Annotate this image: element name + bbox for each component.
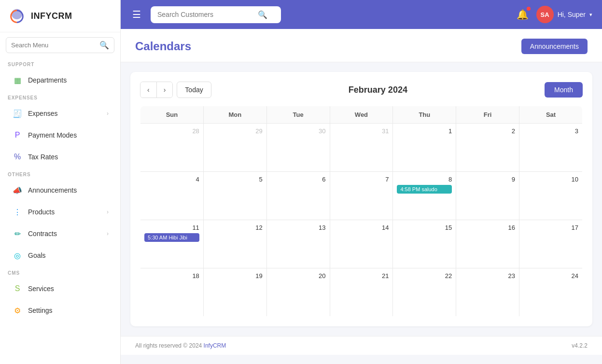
calendar-cell[interactable]: 20 xyxy=(266,268,330,317)
sidebar-item-label-products: Products xyxy=(28,208,102,216)
calendar-cell[interactable]: 15 xyxy=(393,220,456,268)
sidebar-item-tax-rates[interactable]: %Tax Rates xyxy=(4,146,116,168)
calendar-cell[interactable]: 28 xyxy=(140,124,204,172)
calendar-header-sun: Sun xyxy=(140,106,204,124)
calendar-day-number: 2 xyxy=(460,127,515,135)
calendar-cell[interactable]: 18 xyxy=(140,268,204,317)
sidebar-item-label-services: Services xyxy=(28,285,109,293)
calendar-cell[interactable]: 13 xyxy=(266,220,330,268)
sidebar-item-label-departments: Departments xyxy=(28,76,109,84)
goals-icon: ◎ xyxy=(12,250,23,261)
announcements-button[interactable]: Announcements xyxy=(521,39,588,54)
calendar-day-number: 31 xyxy=(334,127,389,135)
user-menu[interactable]: SA Hi, Super ▾ xyxy=(536,6,592,23)
sidebar-item-expenses[interactable]: 🧾Expenses› xyxy=(4,103,116,124)
sidebar-item-contracts[interactable]: ✏Contracts› xyxy=(4,223,116,244)
calendar-nav-group: ‹ › xyxy=(140,82,173,98)
calendar-day-number: 1 xyxy=(397,127,452,135)
announcements-icon: 📣 xyxy=(12,184,23,196)
calendar-day-number: 21 xyxy=(334,272,389,280)
sidebar-search-input[interactable] xyxy=(11,42,97,49)
sidebar-item-services[interactable]: SServices xyxy=(4,278,116,299)
calendar-month-button[interactable]: Month xyxy=(545,82,583,98)
calendar-cell[interactable]: 31 xyxy=(330,124,393,172)
departments-icon: ▦ xyxy=(12,74,23,86)
calendar-today-button[interactable]: Today xyxy=(177,82,211,98)
sidebar-search-container[interactable]: 🔍 xyxy=(6,37,114,53)
user-caret-icon: ▾ xyxy=(589,12,592,18)
calendar-day-number: 14 xyxy=(334,224,389,231)
calendar-day-number: 19 xyxy=(208,272,263,280)
calendar-cell[interactable]: 23 xyxy=(456,268,519,317)
app-logo-icon xyxy=(8,7,26,25)
topbar-search-container[interactable]: 🔍 xyxy=(151,6,281,23)
calendar-cell[interactable]: 84:58 PM saludo xyxy=(393,172,456,220)
calendar-day-number: 6 xyxy=(271,176,326,183)
sidebar: INFYCRM 🔍 SUPPORT▦DepartmentsEXPENSES🧾Ex… xyxy=(0,0,121,364)
calendar-cell[interactable]: 21 xyxy=(330,268,393,317)
hamburger-button[interactable]: ☰ xyxy=(130,7,143,22)
main-area: ☰ 🔍 🔔 SA Hi, Super ▾ Calendars Announcem… xyxy=(121,0,602,364)
calendar-day-number: 29 xyxy=(208,127,263,135)
notification-badge xyxy=(527,7,531,11)
sidebar-item-products[interactable]: ⋮Products› xyxy=(4,201,116,223)
services-icon: S xyxy=(12,283,23,294)
products-icon: ⋮ xyxy=(12,206,23,218)
calendar-cell[interactable]: 30 xyxy=(266,124,330,172)
calendar-cell[interactable]: 14 xyxy=(330,220,393,268)
sidebar-section-label-expenses: EXPENSES xyxy=(0,91,120,102)
calendar-cell[interactable]: 1 xyxy=(393,124,456,172)
calendar-container: ‹ › Today February 2024 Month SunMonTueW… xyxy=(130,72,592,326)
calendar-day-number: 11 xyxy=(144,224,199,231)
calendar-day-number: 17 xyxy=(523,224,578,231)
calendar-cell[interactable]: 24 xyxy=(519,268,583,317)
calendar-cell[interactable]: 2 xyxy=(456,124,519,172)
calendar-cell[interactable]: 19 xyxy=(203,268,266,317)
calendar-prev-button[interactable]: ‹ xyxy=(140,82,157,98)
calendar-day-number: 30 xyxy=(271,127,326,135)
calendar-next-button[interactable]: › xyxy=(157,82,173,98)
topbar: ☰ 🔍 🔔 SA Hi, Super ▾ xyxy=(121,0,602,29)
calendar-cell[interactable]: 4 xyxy=(140,172,204,220)
sidebar-item-payment-modes[interactable]: PPayment Modes xyxy=(4,125,116,146)
sidebar-item-announcements[interactable]: 📣Announcements xyxy=(4,180,116,201)
calendar-day-number: 9 xyxy=(460,176,515,183)
calendar-period-title: February 2024 xyxy=(215,85,541,95)
calendar-day-number: 8 xyxy=(397,176,452,183)
sidebar-item-settings[interactable]: ⚙Settings xyxy=(4,300,116,321)
calendar-day-number: 23 xyxy=(460,272,515,280)
page-header: Calendars Announcements xyxy=(121,29,602,62)
sidebar-item-departments[interactable]: ▦Departments xyxy=(4,70,116,91)
calendar-cell[interactable]: 22 xyxy=(393,268,456,317)
calendar-day-number: 4 xyxy=(144,176,199,183)
search-customers-input[interactable] xyxy=(157,11,254,18)
sidebar-item-label-goals: Goals xyxy=(28,252,109,259)
app-name: INFYCRM xyxy=(31,11,72,21)
sidebar-item-goals[interactable]: ◎Goals xyxy=(4,245,116,266)
calendar-cell[interactable]: 5 xyxy=(203,172,266,220)
calendar-cell[interactable]: 12 xyxy=(203,220,266,268)
calendar-day-number: 16 xyxy=(460,224,515,231)
sidebar-section-label-cms: CMS xyxy=(0,266,120,278)
avatar: SA xyxy=(536,6,554,23)
calendar-cell[interactable]: 17 xyxy=(519,220,583,268)
footer-brand-link[interactable]: InfyCRM xyxy=(204,342,226,349)
calendar-day-number: 18 xyxy=(144,272,199,280)
calendar-cell[interactable]: 6 xyxy=(266,172,330,220)
calendar-header-wed: Wed xyxy=(330,106,393,124)
calendar-grid: SunMonTueWedThuFriSat 28293031123456784:… xyxy=(140,106,583,317)
calendar-event[interactable]: 4:58 PM saludo xyxy=(397,185,452,194)
calendar-cell[interactable]: 7 xyxy=(330,172,393,220)
calendar-cell[interactable]: 29 xyxy=(203,124,266,172)
sidebar-header: INFYCRM xyxy=(0,0,120,32)
calendar-event[interactable]: 5:30 AM Hibi Jibi xyxy=(144,233,199,242)
calendar-cell[interactable]: 115:30 AM Hibi Jibi xyxy=(140,220,204,268)
notification-bell[interactable]: 🔔 xyxy=(517,9,529,20)
calendar-day-number: 10 xyxy=(523,176,578,183)
calendar-cell[interactable]: 16 xyxy=(456,220,519,268)
calendar-day-number: 12 xyxy=(208,224,263,231)
calendar-day-number: 7 xyxy=(334,176,389,183)
calendar-cell[interactable]: 10 xyxy=(519,172,583,220)
calendar-cell[interactable]: 9 xyxy=(456,172,519,220)
calendar-cell[interactable]: 3 xyxy=(519,124,583,172)
